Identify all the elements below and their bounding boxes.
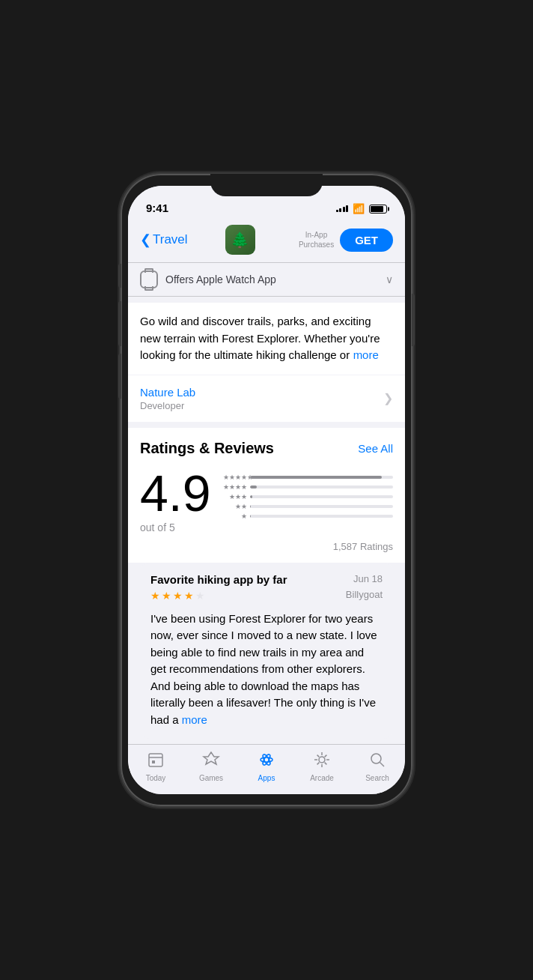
svg-point-7 [371, 754, 381, 763]
tab-apps-label: Apps [258, 774, 275, 782]
watch-banner[interactable]: Offers Apple Watch App ∨ [128, 263, 405, 297]
tab-search[interactable]: Search [355, 751, 400, 782]
star-label-1: ★ [223, 512, 247, 520]
back-button[interactable]: ❮ Travel [140, 232, 188, 248]
star-2: ★ [162, 590, 171, 602]
app-header: ❮ Travel 🌲 In-AppPurchases GET [128, 219, 405, 263]
developer-section[interactable]: Nature Lab Developer ❯ [128, 375, 405, 422]
description-section: Go wild and discover trails, parks, and … [128, 303, 405, 375]
tab-apps[interactable]: Apps [244, 751, 289, 782]
tab-bar: Today Games [128, 744, 405, 794]
developer-info: Nature Lab Developer [140, 386, 195, 411]
star-row-5: ★★★★★ [223, 474, 393, 481]
tab-today[interactable]: Today [133, 751, 178, 782]
app-icon: 🌲 [225, 225, 255, 255]
see-all-link[interactable]: See All [358, 442, 393, 455]
star-row-1: ★ [223, 512, 393, 520]
star-bar-2-bg [250, 505, 393, 508]
tab-games[interactable]: Games [189, 751, 234, 782]
svg-rect-2 [152, 760, 155, 763]
in-app-purchases-label: In-AppPurchases [299, 230, 334, 249]
status-time: 9:41 [146, 202, 168, 214]
tab-arcade[interactable]: Arcade [299, 751, 344, 782]
star-bar-1-bg [250, 515, 393, 518]
description-text: Go wild and discover trails, parks, and … [140, 315, 380, 361]
tab-arcade-label: Arcade [310, 774, 334, 782]
big-rating-number: 4.9 [140, 468, 211, 518]
star-label-5: ★★★★★ [223, 474, 247, 481]
tab-search-label: Search [365, 774, 389, 782]
review-body: I've been using Forest Explorer for two … [150, 611, 383, 729]
review-card: Favorite hiking app by far Jun 18 ★ ★ ★ … [140, 563, 393, 739]
svg-point-3 [261, 757, 272, 762]
ratings-section: Ratings & Reviews See All 4.9 out of 5 ★… [128, 428, 405, 563]
star-row-2: ★★ [223, 503, 393, 510]
star-bar-4-bg [250, 486, 393, 489]
ratings-body: 4.9 out of 5 ★★★★★ ★★★★ [140, 468, 393, 533]
ratings-title: Ratings & Reviews [140, 440, 274, 457]
review-more-link[interactable]: more [182, 713, 207, 726]
more-link[interactable]: more [353, 348, 379, 361]
out-of-label: out of 5 [140, 521, 175, 533]
review-text: I've been using Forest Explorer for two … [150, 612, 377, 726]
tab-games-label: Games [199, 774, 223, 782]
tab-today-label: Today [146, 774, 166, 782]
watch-banner-label: Offers Apple Watch App [165, 273, 276, 285]
wifi-icon: 📶 [353, 203, 365, 214]
back-chevron-icon: ❮ [140, 232, 151, 248]
star-row-3: ★★★ [223, 493, 393, 500]
ratings-header: Ratings & Reviews See All [140, 440, 393, 457]
star-row-4: ★★★★ [223, 483, 393, 491]
arcade-icon [313, 751, 331, 772]
developer-name: Nature Lab [140, 386, 195, 399]
star-label-2: ★★ [223, 503, 247, 510]
content-area: ❮ Travel 🌲 In-AppPurchases GET Offers Ap… [128, 219, 405, 744]
apps-icon [258, 751, 275, 772]
big-rating: 4.9 out of 5 [140, 468, 211, 533]
star-label-3: ★★★ [223, 493, 247, 500]
watch-banner-left: Offers Apple Watch App [140, 270, 276, 288]
svg-point-6 [319, 757, 325, 763]
apple-watch-icon [140, 270, 158, 288]
review-top: Favorite hiking app by far Jun 18 [150, 573, 383, 586]
star-bars: ★★★★★ ★★★★ [223, 468, 393, 520]
ratings-count: 1,587 Ratings [140, 538, 393, 563]
star-bar-5-bg [250, 476, 393, 479]
chevron-down-icon: ∨ [386, 273, 393, 285]
review-author: Billygoat [346, 589, 383, 600]
today-icon [147, 751, 165, 772]
review-stars: ★ ★ ★ ★ ★ [150, 590, 205, 602]
developer-chevron-icon: ❯ [383, 391, 393, 405]
star-3: ★ [173, 590, 183, 602]
star-4: ★ [184, 590, 194, 602]
battery-icon [369, 205, 387, 214]
developer-label: Developer [140, 400, 195, 411]
review-title: Favorite hiking app by far [150, 573, 287, 586]
star-1: ★ [150, 590, 160, 602]
back-label: Travel [153, 232, 188, 247]
review-date: Jun 18 [353, 573, 383, 584]
star-5: ★ [195, 590, 205, 602]
games-icon [202, 751, 220, 772]
svg-rect-0 [149, 754, 162, 766]
star-label-4: ★★★★ [223, 483, 247, 491]
header-right: In-AppPurchases GET [299, 229, 393, 252]
status-icons: 📶 [336, 203, 388, 214]
svg-line-8 [380, 763, 385, 767]
search-icon [368, 751, 386, 772]
get-button[interactable]: GET [340, 229, 393, 252]
star-bar-3-bg [250, 495, 393, 498]
signal-bars-icon [336, 205, 349, 212]
